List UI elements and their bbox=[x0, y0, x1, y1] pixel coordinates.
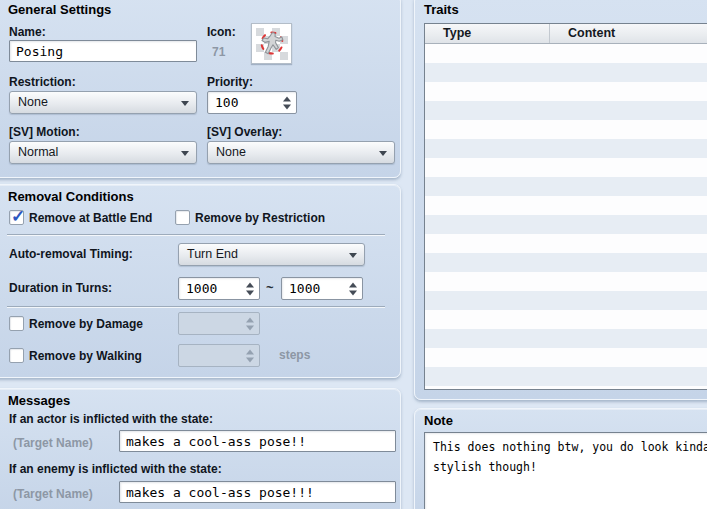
pose-state-icon bbox=[256, 28, 288, 60]
enemy-message-label: If an enemy is inflicted with the state: bbox=[9, 462, 222, 476]
traits-table-row[interactable] bbox=[425, 386, 707, 390]
remove-by-damage-label: Remove by Damage bbox=[29, 317, 143, 331]
sv-motion-label: [SV] Motion: bbox=[9, 125, 80, 139]
section-divider bbox=[7, 234, 385, 235]
remove-at-battle-end-label: Remove at Battle End bbox=[29, 211, 152, 225]
spinner-arrows-icon bbox=[246, 317, 254, 330]
traits-column-type: Type bbox=[425, 24, 550, 43]
traits-table-row[interactable] bbox=[425, 196, 707, 215]
duration-min-spinner[interactable]: 1000 bbox=[178, 277, 260, 300]
traits-table-row[interactable] bbox=[425, 348, 707, 367]
actor-message-label: If an actor is inflicted with the state: bbox=[9, 412, 213, 426]
traits-table-row[interactable] bbox=[425, 215, 707, 234]
note-title: Note bbox=[424, 413, 453, 428]
auto-removal-timing-value: Turn End bbox=[187, 247, 238, 261]
remove-by-walking-checkbox[interactable] bbox=[9, 348, 24, 363]
spinner-arrows-icon[interactable] bbox=[349, 282, 357, 295]
remove-by-restriction-label: Remove by Restriction bbox=[195, 211, 325, 225]
traits-table-row[interactable] bbox=[425, 329, 707, 348]
general-settings-panel: General Settings Name: Icon: 71 Restrict… bbox=[0, 0, 401, 178]
traits-table-row[interactable] bbox=[425, 139, 707, 158]
sv-overlay-select-value: None bbox=[216, 145, 246, 159]
traits-table-row[interactable] bbox=[425, 272, 707, 291]
remove-by-walking-spinner bbox=[178, 344, 260, 367]
dropdown-arrow-icon bbox=[181, 151, 189, 156]
traits-table-row[interactable] bbox=[425, 291, 707, 310]
duration-max-value: 1000 bbox=[289, 281, 320, 296]
auto-removal-timing-label: Auto-removal Timing: bbox=[9, 247, 133, 261]
duration-in-turns-label: Duration in Turns: bbox=[9, 281, 112, 295]
traits-table-header: Type Content bbox=[425, 24, 707, 44]
traits-column-content: Content bbox=[550, 24, 707, 43]
traits-table-row[interactable] bbox=[425, 82, 707, 101]
steps-suffix-label: steps bbox=[279, 348, 310, 362]
spinner-arrows-icon bbox=[246, 349, 254, 362]
traits-table-row[interactable] bbox=[425, 63, 707, 82]
duration-tilde: ~ bbox=[266, 280, 274, 295]
restriction-label: Restriction: bbox=[9, 75, 76, 89]
traits-table-row[interactable] bbox=[425, 253, 707, 272]
sv-motion-select[interactable]: Normal bbox=[9, 141, 197, 164]
priority-spinner[interactable]: 100 bbox=[207, 91, 297, 114]
section-divider bbox=[7, 306, 385, 307]
traits-table-row[interactable] bbox=[425, 120, 707, 139]
duration-min-value: 1000 bbox=[186, 281, 217, 296]
traits-table-body[interactable] bbox=[425, 44, 707, 390]
note-panel: Note This does nothing btw, you do look … bbox=[414, 408, 707, 509]
messages-title: Messages bbox=[8, 393, 70, 408]
sv-overlay-label: [SV] Overlay: bbox=[207, 125, 282, 139]
traits-table-row[interactable] bbox=[425, 367, 707, 386]
remove-by-walking-label: Remove by Walking bbox=[29, 349, 142, 363]
note-textarea[interactable]: This does nothing btw, you do look kinda… bbox=[424, 432, 707, 509]
dropdown-arrow-icon bbox=[349, 253, 357, 258]
traits-table-row[interactable] bbox=[425, 44, 707, 63]
actor-target-name-prefix: (Target Name) bbox=[13, 436, 93, 450]
enemy-target-name-prefix: (Target Name) bbox=[13, 487, 93, 501]
remove-by-damage-checkbox[interactable] bbox=[9, 316, 24, 331]
name-label: Name: bbox=[9, 25, 46, 39]
removal-conditions-title: Removal Conditions bbox=[8, 189, 134, 204]
traits-table-row[interactable] bbox=[425, 158, 707, 177]
sv-motion-select-value: Normal bbox=[18, 145, 58, 159]
traits-table[interactable]: Type Content bbox=[424, 23, 707, 390]
auto-removal-timing-select[interactable]: Turn End bbox=[178, 243, 365, 266]
dropdown-arrow-icon bbox=[379, 151, 387, 156]
restriction-select-value: None bbox=[18, 95, 48, 109]
restriction-select[interactable]: None bbox=[9, 91, 197, 114]
name-input[interactable] bbox=[9, 40, 197, 62]
duration-max-spinner[interactable]: 1000 bbox=[281, 277, 363, 300]
traits-table-row[interactable] bbox=[425, 101, 707, 120]
removal-conditions-panel: Removal Conditions Remove at Battle End … bbox=[0, 184, 401, 378]
actor-message-input[interactable] bbox=[119, 430, 396, 452]
traits-panel: Traits Type Content bbox=[414, 0, 707, 400]
dropdown-arrow-icon bbox=[181, 101, 189, 106]
traits-table-row[interactable] bbox=[425, 177, 707, 196]
traits-table-row[interactable] bbox=[425, 234, 707, 253]
priority-value: 100 bbox=[215, 95, 238, 110]
traits-table-row[interactable] bbox=[425, 310, 707, 329]
spinner-arrows-icon[interactable] bbox=[283, 96, 291, 109]
icon-index-value: 71 bbox=[212, 45, 225, 59]
icon-picker-button[interactable] bbox=[251, 23, 292, 64]
spinner-arrows-icon[interactable] bbox=[246, 282, 254, 295]
remove-at-battle-end-checkbox[interactable] bbox=[9, 210, 24, 225]
enemy-message-input[interactable] bbox=[119, 481, 396, 503]
traits-title: Traits bbox=[424, 2, 459, 17]
sv-overlay-select[interactable]: None bbox=[207, 141, 395, 164]
general-settings-title: General Settings bbox=[8, 2, 111, 17]
icon-label: Icon: bbox=[207, 25, 236, 39]
priority-label: Priority: bbox=[207, 75, 253, 89]
remove-by-restriction-checkbox[interactable] bbox=[175, 210, 190, 225]
messages-panel: Messages If an actor is inflicted with t… bbox=[0, 388, 401, 509]
remove-by-damage-spinner bbox=[178, 312, 260, 335]
